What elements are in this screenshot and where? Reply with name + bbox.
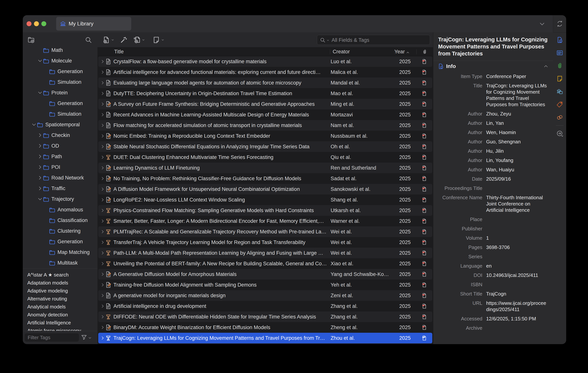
tree-twisty-icon[interactable] <box>37 133 43 138</box>
row-twisty-icon[interactable] <box>100 134 105 138</box>
column-header-creator[interactable]: Creator <box>333 47 350 56</box>
search-scope-chevron-icon[interactable] <box>326 39 330 42</box>
row-twisty-icon[interactable] <box>100 336 105 340</box>
row-twisty-icon[interactable] <box>100 123 105 127</box>
row-twisty-icon[interactable] <box>100 70 105 74</box>
row-twisty-icon[interactable] <box>100 166 105 170</box>
field-value-pages[interactable]: 3698-3706 <box>486 244 548 251</box>
close-button[interactable] <box>27 21 32 26</box>
search-input[interactable] <box>331 35 428 45</box>
field-value-conference-name[interactable]: Thirty-Fourth International Joint Confer… <box>486 195 548 213</box>
tree-twisty-icon[interactable] <box>31 122 37 127</box>
sidebar-collection-od[interactable]: OD <box>23 141 97 151</box>
row-twisty-icon[interactable] <box>100 91 105 96</box>
funnel-icon[interactable] <box>81 334 87 340</box>
sidebar-collection-simulation[interactable]: Simulation <box>23 109 97 119</box>
item-row[interactable]: A Diffusion Model Framework for Unsuperv… <box>98 184 432 195</box>
field-value-url[interactable]: https://www.ijcai.org/proceedings/2025/4… <box>486 300 548 313</box>
tag-item[interactable]: Alternative routing <box>23 295 97 303</box>
sidebar-collection-classification[interactable]: Classification <box>23 215 97 226</box>
sync-icon[interactable] <box>556 20 563 27</box>
tag-item[interactable]: Atomic force microscopy <box>23 327 97 331</box>
new-item-button[interactable] <box>102 36 115 44</box>
row-twisty-icon[interactable] <box>100 59 105 64</box>
add-by-identifier-button[interactable] <box>120 36 127 44</box>
item-row[interactable]: Recent Advances in Machine Learning-Assi… <box>98 110 432 120</box>
item-row[interactable]: A Generative Diffusion Model for Amorpho… <box>98 269 432 280</box>
sidebar-collection-multitask[interactable]: Multitask <box>23 258 97 268</box>
tag-item[interactable]: Artificial Intelligence <box>23 319 97 327</box>
item-row[interactable]: CrystalFlow: a flow-based generative mod… <box>98 56 432 67</box>
row-twisty-icon[interactable] <box>100 113 105 117</box>
item-row[interactable]: Smarter, Better, Faster, Longer: A Moder… <box>98 216 432 226</box>
tag-item[interactable]: Analytical models <box>23 303 97 311</box>
field-value-author[interactable]: Zhou, Zeyu <box>486 111 548 117</box>
sidebar-collection-poi[interactable]: POI <box>23 162 97 173</box>
row-twisty-icon[interactable] <box>100 208 105 212</box>
field-value-archive[interactable] <box>486 325 548 331</box>
item-row[interactable]: Nomic Embed: Training a Reproducible Lon… <box>98 131 432 141</box>
item-row[interactable]: No Training, No Problem: Rethinking Clas… <box>98 173 432 184</box>
add-attachment-button[interactable] <box>133 36 145 44</box>
filter-tags-input[interactable] <box>25 333 79 342</box>
row-twisty-icon[interactable] <box>100 304 105 308</box>
tag-item[interactable]: A^\star A ★ search <box>23 271 97 279</box>
sidebar-collection-spatiotemporal[interactable]: Spatiotemporal <box>23 119 97 130</box>
field-value-isbn[interactable] <box>486 281 548 288</box>
row-twisty-icon[interactable] <box>100 262 105 266</box>
locate-button[interactable] <box>553 127 566 140</box>
sidebar-collection-generation[interactable]: Generation <box>23 236 97 247</box>
sidebar-collection-road-network[interactable]: Road Network <box>23 173 97 183</box>
sidebar-collection-map-matching[interactable]: Map Matching <box>23 247 97 258</box>
tag-item[interactable]: Adaptive modeling <box>23 287 97 295</box>
sidebar-collection-trajectory[interactable]: Trajectory <box>23 194 97 204</box>
field-value-author[interactable]: Hu, Jilin <box>486 148 548 154</box>
row-twisty-icon[interactable] <box>100 325 105 329</box>
pane-tab-libraries-collections-button[interactable] <box>553 85 566 98</box>
sidebar-collection-simulation[interactable]: Simulation <box>23 77 97 87</box>
field-value-volume[interactable]: 1 <box>486 235 548 241</box>
item-row[interactable]: TransferTraj: A Vehicle Trajectory Learn… <box>98 237 432 248</box>
item-row[interactable]: A generative model for inorganic materia… <box>98 290 432 301</box>
pane-tab-attachments-button[interactable] <box>553 59 566 72</box>
tag-item[interactable]: Adaptation models <box>23 279 97 287</box>
row-twisty-icon[interactable] <box>100 81 105 85</box>
row-twisty-icon[interactable] <box>100 272 105 276</box>
pane-tab-notes-button[interactable] <box>553 72 566 85</box>
column-header-title[interactable]: Title <box>114 47 124 56</box>
row-twisty-icon[interactable] <box>100 283 105 287</box>
pane-tab-tags-button[interactable] <box>553 98 566 111</box>
field-value-accessed[interactable]: 12/6/2025, 1:15:50 PM <box>486 316 548 322</box>
column-header-year[interactable]: Year <box>395 47 410 56</box>
field-value-series[interactable] <box>486 253 548 260</box>
field-value-author[interactable]: Wan, Huaiyu <box>486 166 548 173</box>
new-collection-button[interactable] <box>27 36 35 44</box>
item-row[interactable]: DUET: Dual Clustering Enhanced Multivari… <box>98 152 432 163</box>
sidebar-collection-anomalous[interactable]: Anomalous <box>23 204 97 215</box>
item-row[interactable]: DutyTTE: Deciphering Uncertainty in Orig… <box>98 88 432 99</box>
sidebar-collection-traffic[interactable]: Traffic <box>23 183 97 194</box>
row-twisty-icon[interactable] <box>100 251 105 255</box>
row-twisty-icon[interactable] <box>100 230 105 234</box>
field-value-place[interactable] <box>486 216 548 223</box>
item-row[interactable]: BinaryDM: Accurate Weight Binarization f… <box>98 322 432 333</box>
tree-twisty-icon[interactable] <box>37 58 43 63</box>
row-twisty-icon[interactable] <box>100 144 105 149</box>
tag-item[interactable]: Anomaly detection <box>23 311 97 319</box>
filter-options-chevron-icon[interactable] <box>88 336 92 340</box>
item-row[interactable]: Training-free Diffusion Model Alignment … <box>98 280 432 290</box>
new-note-button[interactable] <box>153 36 165 44</box>
collection-search-button[interactable] <box>84 36 93 44</box>
field-value-publisher[interactable] <box>486 226 548 232</box>
tree-twisty-icon[interactable] <box>37 197 43 201</box>
field-value-author[interactable]: Guo, Shengnan <box>486 139 548 145</box>
row-twisty-icon[interactable] <box>100 315 105 319</box>
pane-tab-related-button[interactable] <box>553 111 566 124</box>
field-value-short-title[interactable]: TrajCogn <box>486 291 548 297</box>
item-row[interactable]: Physics-Constrained Flow Matching: Sampl… <box>98 205 432 216</box>
field-value-item-type[interactable]: Conference Paper <box>486 73 548 80</box>
field-value-date[interactable]: 2025/09/16 <box>486 176 548 182</box>
sidebar-collection-path[interactable]: Path <box>23 151 97 162</box>
field-value-author[interactable]: Lin, Youfang <box>486 157 548 164</box>
zoom-button[interactable] <box>41 21 46 26</box>
